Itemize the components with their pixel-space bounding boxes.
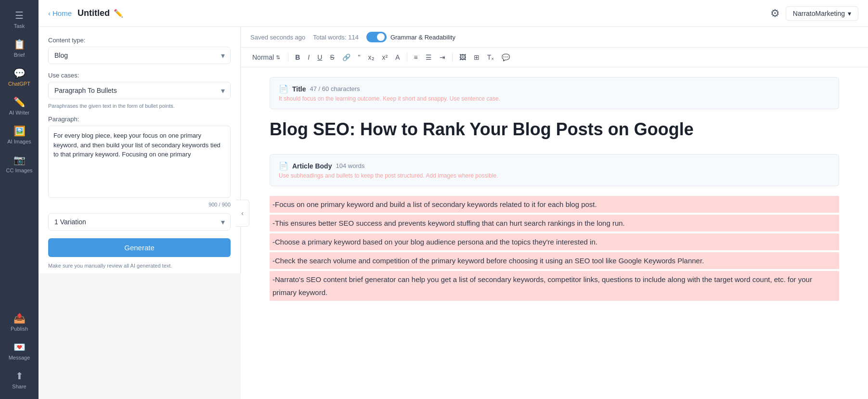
content-type-select[interactable]: Blog Article Social Media [48, 47, 231, 64]
formatting-toolbar: Normal ⇅ B I U S 🔗 " x₂ x² A ≡ ☰ ⇥ 🖼 ⊞ [241, 48, 868, 67]
sidebar-item-task[interactable]: ☰ Task [0, 5, 39, 34]
article-section-title: Article Body [292, 162, 332, 170]
table-button[interactable]: ⊞ [471, 51, 482, 63]
format-label: Normal [252, 53, 274, 61]
sidebar-item-label: Publish [11, 326, 28, 332]
editor-meta: Saved seconds ago Total words: 114 [250, 34, 359, 41]
toolbar-divider [288, 52, 288, 62]
clear-format-button[interactable]: Tₓ [484, 51, 497, 63]
cc-images-icon: 📷 [13, 154, 26, 166]
comment-button[interactable]: 💬 [499, 51, 513, 63]
title-char-count: 47 / 60 characters [310, 85, 360, 92]
title-section-card: 📄 Title 47 / 60 characters It should foc… [270, 77, 839, 109]
article-section-card: 📄 Article Body 104 words Use subheadings… [270, 154, 839, 186]
paragraph-textarea[interactable]: For every blog piece, keep your focus on… [48, 126, 231, 198]
sidebar-item-label: Brief [14, 52, 25, 58]
publish-icon: 📤 [13, 312, 26, 324]
article-section-header: 📄 Article Body 104 words [279, 161, 830, 170]
strikethrough-button[interactable]: S [327, 51, 337, 63]
left-panel: Content type: Blog Article Social Media … [39, 27, 241, 273]
ai-writer-icon: ✏️ [13, 96, 26, 108]
italic-button[interactable]: I [305, 51, 312, 63]
brief-icon: 📋 [13, 39, 26, 50]
use-case-description: Paraphrases the given text in the form o… [48, 103, 231, 109]
article-bullets[interactable]: -Focus on one primary keyword and build … [270, 196, 839, 301]
char-count: 900 / 900 [48, 202, 231, 207]
superscript-button[interactable]: x² [379, 51, 391, 63]
sidebar-item-label: Message [9, 355, 30, 360]
collapse-panel-button[interactable]: ‹ [236, 200, 249, 227]
top-right-actions: ⚙ NarratoMarketing ▾ [770, 6, 858, 21]
use-case-select[interactable]: Paragraph To Bullets Summarize Expand [48, 82, 231, 99]
sidebar-item-chatgpt[interactable]: 💬 ChatGPT [0, 63, 39, 91]
indent-button[interactable]: ⇥ [437, 51, 448, 63]
toolbar-divider-2 [407, 52, 407, 62]
blog-title[interactable]: Blog SEO: How to Rank Your Blog Posts on… [270, 119, 839, 140]
ordered-list-button[interactable]: ≡ [411, 51, 421, 63]
edit-title-icon[interactable]: ✏️ [114, 9, 123, 18]
generate-button[interactable]: Generate [48, 238, 231, 257]
sidebar-item-label: Task [14, 23, 25, 29]
paragraph-label: Paragraph: [48, 116, 231, 123]
main-wrapper: Content type: Blog Article Social Media … [39, 27, 868, 399]
account-button[interactable]: NarratoMarketing ▾ [786, 6, 858, 21]
doc-title-text: Untitled [78, 8, 110, 18]
bullet-2: -This ensures better SEO success and pre… [270, 215, 839, 232]
saved-status: Saved seconds ago [250, 34, 305, 41]
sidebar-item-ai-images[interactable]: 🖼️ AI Images [0, 120, 39, 149]
title-section-hint: It should focus on the learning outcome.… [279, 95, 830, 102]
sidebar-item-share[interactable]: ⬆ Share [0, 365, 39, 394]
format-select[interactable]: Normal ⇅ [248, 51, 284, 63]
grammar-toggle-wrapper: Grammar & Readability [366, 32, 455, 42]
subscript-button[interactable]: x₂ [365, 51, 377, 63]
settings-button[interactable]: ⚙ [770, 7, 780, 20]
title-section-title: Title [292, 85, 306, 93]
image-button[interactable]: 🖼 [456, 51, 469, 63]
chevron-left-icon: ‹ [48, 9, 51, 17]
sidebar-item-cc-images[interactable]: 📷 CC Images [0, 149, 39, 178]
home-link[interactable]: ‹ Home [48, 9, 72, 17]
bullet-5: -Narrato's SEO content brief generator c… [270, 271, 839, 301]
grammar-toggle[interactable] [366, 32, 387, 42]
format-arrows-icon: ⇅ [276, 54, 280, 61]
word-count: Total words: 114 [313, 34, 359, 41]
sidebar-item-publish[interactable]: 📤 Publish [0, 308, 39, 336]
sidebar-item-message[interactable]: 💌 Message [0, 336, 39, 365]
sidebar-item-label: Share [12, 384, 26, 389]
bullet-1: -Focus on one primary keyword and build … [270, 196, 839, 213]
message-icon: 💌 [13, 341, 26, 353]
bold-button[interactable]: B [292, 51, 303, 63]
font-color-button[interactable]: A [392, 51, 402, 63]
sidebar-item-label: AI Images [7, 139, 31, 144]
editor-content: 📄 Title 47 / 60 characters It should foc… [241, 67, 868, 399]
home-label: Home [52, 9, 72, 17]
content-type-label: Content type: [48, 37, 231, 44]
content-type-select-wrapper: Blog Article Social Media ▾ [48, 47, 231, 64]
ai-images-icon: 🖼️ [13, 125, 26, 137]
sidebar-item-brief[interactable]: 📋 Brief [0, 34, 39, 63]
sidebar: ☰ Task 📋 Brief 💬 ChatGPT ✏️ AI Writer 🖼️… [0, 0, 39, 399]
sidebar-item-label: ChatGPT [8, 81, 30, 87]
link-button[interactable]: 🔗 [339, 51, 353, 63]
underline-button[interactable]: U [314, 51, 325, 63]
sidebar-item-label: AI Writer [9, 110, 30, 116]
variation-select-wrapper: 1 Variation 2 Variations 3 Variations ▾ [48, 213, 231, 231]
article-section-icon: 📄 [279, 161, 288, 170]
toolbar-divider-3 [452, 52, 453, 62]
dropdown-arrow-icon: ▾ [848, 10, 851, 17]
article-section-hint: Use subheadings and bullets to keep the … [279, 172, 830, 179]
document-title-area: Untitled ✏️ [78, 8, 123, 18]
header: ‹ Home Untitled ✏️ ⚙ NarratoMarketing ▾ [39, 0, 868, 27]
variation-select[interactable]: 1 Variation 2 Variations 3 Variations [48, 213, 231, 231]
chevron-left-icon: ‹ [241, 209, 244, 217]
share-icon: ⬆ [15, 370, 24, 382]
quote-button[interactable]: " [355, 51, 363, 63]
bullet-4: -Check the search volume and competition… [270, 252, 839, 269]
paragraph-textarea-wrapper: For every blog piece, keep your focus on… [48, 126, 231, 200]
sidebar-item-ai-writer[interactable]: ✏️ AI Writer [0, 91, 39, 120]
task-icon: ☰ [15, 10, 24, 21]
unordered-list-button[interactable]: ☰ [423, 51, 435, 63]
left-panel-wrapper: Content type: Blog Article Social Media … [39, 27, 241, 399]
account-label: NarratoMarketing [793, 10, 845, 17]
bullet-3: -Choose a primary keyword based on your … [270, 233, 839, 250]
